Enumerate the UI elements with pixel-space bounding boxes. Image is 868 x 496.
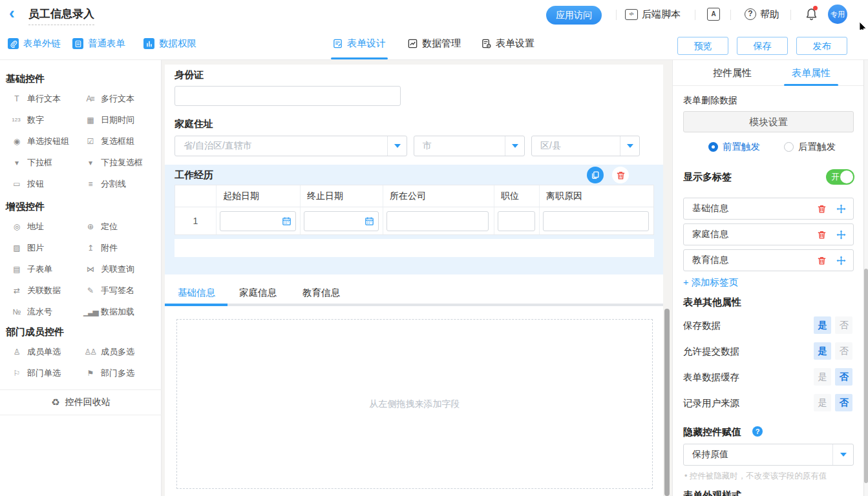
palette-item-signature[interactable]: ✎手写签名 <box>83 284 156 297</box>
divider <box>730 10 731 20</box>
control-recycle-bin[interactable]: ♻ 控件回收站 <box>0 389 162 415</box>
form-external-link-button[interactable]: 表单外链 <box>8 37 61 50</box>
palette-item-serial-number[interactable]: №流水号 <box>10 305 83 318</box>
copy-control-button[interactable] <box>587 167 604 183</box>
palette-item-subform[interactable]: ▤子表单 <box>10 263 83 276</box>
tab-form-properties[interactable]: 表单属性 <box>785 67 837 79</box>
delete-tag-icon[interactable] <box>816 255 827 265</box>
basic-controls-grid: T单行文本 A≡多行文本 123数字 ▦日期时间 ◉单选按钮组 ☑复选框组 ▾下… <box>10 92 156 191</box>
palette-item-attachment[interactable]: ↥附件 <box>83 242 156 254</box>
drop-zone[interactable]: 从左侧拖拽来添加字段 <box>176 319 653 489</box>
bool-prop-label: 保存数据 <box>683 320 721 332</box>
id-card-input[interactable] <box>175 86 401 106</box>
palette-item-single-line-text[interactable]: T单行文本 <box>10 92 83 105</box>
data-permission-button[interactable]: 数据权限 <box>143 37 196 50</box>
multi-tag-toggle[interactable]: 开 <box>826 169 854 185</box>
code-icon: ‹/› <box>625 9 638 20</box>
form-tab-family-info[interactable]: 家庭信息 <box>239 287 277 299</box>
module-settings-button[interactable]: 模块设置 <box>683 111 854 132</box>
start-date-input[interactable] <box>220 211 296 231</box>
save-data-no-button[interactable]: 否 <box>835 316 852 334</box>
pre-trigger-radio[interactable]: 前置触发 <box>708 141 760 153</box>
palette-item-radio-group[interactable]: ◉单选按钮组 <box>10 135 83 148</box>
palette-item-image[interactable]: ▨图片 <box>10 242 83 254</box>
delete-tag-icon[interactable] <box>816 229 827 240</box>
help-icon: ? <box>745 8 756 20</box>
bool-prop-label: 记录用户来源 <box>683 397 739 409</box>
avatar[interactable]: 专用 <box>828 5 847 24</box>
canvas-scrollbar[interactable] <box>664 309 670 496</box>
normal-form-button[interactable]: 普通表单 <box>72 37 125 50</box>
palette-item-dropdown[interactable]: ▾下拉框 <box>10 156 83 169</box>
palette-item-member-multi[interactable]: ♙♙成员多选 <box>83 346 156 358</box>
delete-tag-icon[interactable] <box>816 203 827 214</box>
palette-item-datetime[interactable]: ▦日期时间 <box>83 114 156 127</box>
palette-item-member-single[interactable]: ♙成员单选 <box>10 346 83 358</box>
palette-item-multi-dropdown[interactable]: ▾下拉复选框 <box>83 156 156 169</box>
palette-item-divider[interactable]: ≡分割线 <box>83 178 156 191</box>
hidden-value-dropdown[interactable]: 保持原值 <box>683 444 854 466</box>
hidden-value-label: 隐藏控件赋值 <box>683 426 741 439</box>
allow-submit-no-button[interactable]: 否 <box>835 342 852 360</box>
palette-item-button[interactable]: ▭按钮 <box>10 178 83 191</box>
form-cache-yes-button[interactable]: 是 <box>814 368 831 386</box>
language-icon[interactable]: A <box>707 8 720 21</box>
company-input[interactable] <box>386 211 489 231</box>
preview-button[interactable]: 预览 <box>677 37 728 55</box>
form-tab-education-info[interactable]: 教育信息 <box>302 287 340 299</box>
backend-script-button[interactable]: 后端脚本 <box>642 8 681 21</box>
toggle-knob <box>840 170 853 183</box>
divider <box>616 10 617 20</box>
form-cache-no-button[interactable]: 否 <box>835 368 852 386</box>
position-input[interactable] <box>498 211 535 231</box>
app-access-button[interactable]: 应用访问 <box>546 6 602 25</box>
tab-form-design[interactable]: 表单设计 <box>332 37 386 50</box>
tag-page-row[interactable]: 基础信息 <box>683 198 854 220</box>
palette-item-multi-line-text[interactable]: A≡多行文本 <box>83 92 156 105</box>
record-source-yes-button[interactable]: 是 <box>814 394 831 411</box>
allow-submit-yes-button[interactable]: 是 <box>814 342 831 360</box>
number-icon: 123 <box>10 118 23 123</box>
delete-control-button[interactable] <box>612 167 629 183</box>
move-tag-icon[interactable] <box>836 255 846 265</box>
end-date-input[interactable] <box>304 211 379 231</box>
page-title[interactable]: 员工信息录入 <box>28 6 94 25</box>
palette-item-department-multi[interactable]: ⚑部门多选 <box>83 367 156 380</box>
add-tag-page-link[interactable]: + 添加标签页 <box>683 276 738 289</box>
post-trigger-radio[interactable]: 后置触发 <box>784 141 836 153</box>
palette-item-data-load[interactable]: ▁▃▅数据加载 <box>83 305 156 318</box>
save-button[interactable]: 保存 <box>737 37 788 55</box>
window-scrollbar-thumb[interactable] <box>864 269 868 483</box>
link-icon <box>8 38 19 49</box>
form-tab-basic-info[interactable]: 基础信息 <box>178 287 215 299</box>
person-icon: ♙ <box>10 348 23 356</box>
leave-reason-input[interactable] <box>543 211 649 231</box>
palette-item-location[interactable]: ⊕定位 <box>83 220 156 233</box>
move-tag-icon[interactable] <box>836 203 846 214</box>
tab-control-properties[interactable]: 控件属性 <box>706 67 758 79</box>
record-source-no-button[interactable]: 否 <box>835 394 852 411</box>
publish-button[interactable]: 发布 <box>796 37 847 55</box>
radio-unselected-icon <box>784 142 794 152</box>
save-data-yes-button[interactable]: 是 <box>814 316 831 334</box>
active-form-tab-indicator <box>165 304 228 306</box>
help-tooltip-icon[interactable]: ? <box>752 426 763 437</box>
city-select[interactable]: 市 <box>414 136 525 156</box>
palette-item-relation-data[interactable]: ⇄关联数据 <box>10 284 83 297</box>
help-button[interactable]: 帮助 <box>760 8 779 21</box>
tab-form-settings[interactable]: 表单设置 <box>481 37 535 50</box>
bool-prop-label: 允许提交数据 <box>683 346 739 358</box>
back-icon[interactable]: ‹ <box>9 5 15 21</box>
tag-page-row[interactable]: 教育信息 <box>683 249 854 271</box>
subform-work-experience[interactable]: 工作经历 起始日期 终止日期 所在公司 职位 离职原因 1 <box>165 165 663 274</box>
province-select[interactable]: 省/自治区/直辖市 <box>175 136 407 156</box>
palette-item-address[interactable]: ◎地址 <box>10 220 83 233</box>
move-tag-icon[interactable] <box>836 229 846 240</box>
palette-item-department-single[interactable]: ⚐部门单选 <box>10 367 83 380</box>
palette-item-relation-query[interactable]: ⋈关联查询 <box>83 263 156 276</box>
tag-page-row[interactable]: 家庭信息 <box>683 223 854 245</box>
palette-item-checkbox-group[interactable]: ☑复选框组 <box>83 135 156 148</box>
district-select[interactable]: 区/县 <box>531 136 640 156</box>
tab-data-management[interactable]: 数据管理 <box>407 37 461 50</box>
palette-item-number[interactable]: 123数字 <box>10 114 83 127</box>
